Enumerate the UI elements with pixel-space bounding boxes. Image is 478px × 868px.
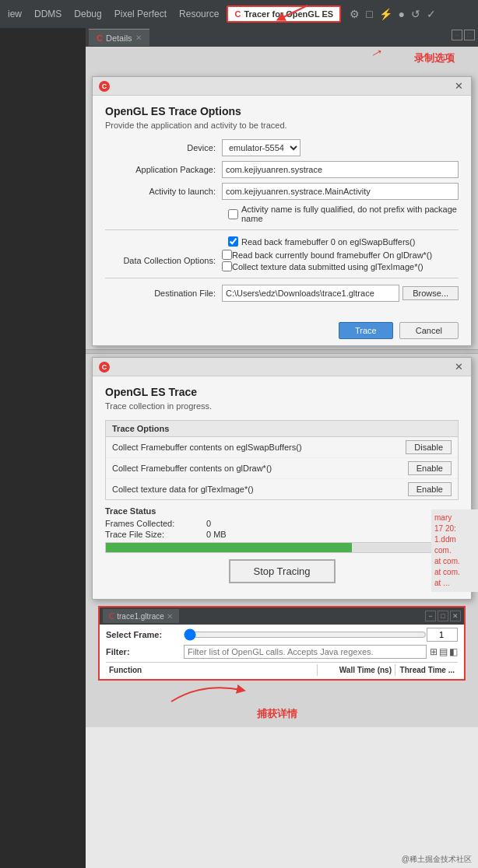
dest-file-input[interactable] [222,285,399,302]
trace-tab-label: trace1.gltrace [117,612,164,621]
log-line-2: 17 20: [434,523,475,534]
progress-bar-fill [106,543,352,552]
log-line-4: com. [434,545,475,556]
trace-options-heading: OpenGL ES Trace Options [105,105,459,117]
trace-option-text-2: Collect texture data for glTexImage*() [112,485,254,494]
trace-tab[interactable]: C trace1.gltrace ✕ [103,609,179,623]
tracer-label: Tracer for OpenGL ES [244,9,333,19]
toolbar-icon-settings[interactable]: ⚙ [347,6,362,22]
trace-progress-titlebar: C ✕ [93,358,471,376]
trace-progress-body: OpenGL ES Trace Trace collection in prog… [93,376,471,599]
trace-maximize-btn[interactable]: □ [438,611,448,621]
toolbar: iew DDMS Debug Pixel Perfect Resource C … [0,0,478,28]
details-tab[interactable]: C Details ✕ [89,29,149,46]
enable-button-2[interactable]: Enable [408,482,452,496]
minimize-button[interactable]: − [452,30,462,40]
toolbar-icon-window[interactable]: □ [364,6,374,22]
checkbox2[interactable] [228,236,238,247]
toolbar-view[interactable]: iew [3,7,26,21]
dialog1-button-row: Trace Cancel [93,316,471,345]
trace-options-table: Trace Options Collect Framebuffer conten… [105,420,459,500]
enable-button-1[interactable]: Enable [408,461,452,475]
frame-number-input[interactable] [427,628,458,642]
tracer-c-icon: C [234,9,241,19]
trace-option-text-0: Collect Framebuffer contents on eglSwapB… [112,443,302,452]
trace-close-btn[interactable]: ✕ [450,611,461,621]
log-line-6: at com. [434,567,475,578]
filter-label: Filter: [106,647,184,656]
trace-option-text-1: Collect Framebuffer contents on glDraw*(… [112,464,272,473]
toolbar-icon-link[interactable]: ⚡ [377,6,395,22]
recording-label: 录制选项 [414,51,455,65]
trace-tab-close[interactable]: ✕ [167,612,173,621]
toolbar-icon-group: ⚙ □ ⚡ ● ↺ ✓ [347,6,438,22]
recording-annotation-area: → 录制选项 [86,47,478,70]
trace-options-close-button[interactable]: ✕ [452,80,465,93]
frames-collected-row: Frames Collected: 0 [105,519,459,528]
trace-status-section: Trace Status Frames Collected: 0 Trace F… [105,506,459,553]
details-tab-label: Details [106,33,132,43]
stop-tracing-button[interactable]: Stop Tracing [229,559,336,583]
toolbar-pixel-perfect[interactable]: Pixel Perfect [110,7,171,21]
trace-option-row-0: Collect Framebuffer contents on eglSwapB… [106,437,458,458]
right-panel-log: mary 17 20: 1.ddm com. at com. at com. a… [431,509,478,592]
checkbox3[interactable] [222,250,232,260]
app-package-input[interactable] [222,161,459,178]
trace-body: Select Frame: Filter: ⊞ ▤ ◧ [100,625,464,679]
maximize-button[interactable]: □ [464,30,475,40]
checkbox1[interactable] [228,209,238,219]
details-tab-close[interactable]: ✕ [135,33,142,42]
browse-button[interactable]: Browse... [402,286,459,300]
toolbar-icon-refresh[interactable]: ↺ [409,6,423,22]
app-package-row: Application Package: [105,161,459,178]
device-select[interactable]: emulator-5554 [222,139,301,156]
filter-input[interactable] [184,645,427,659]
trace-option-row-2: Collect texture data for glTexImage*() E… [106,479,458,499]
checkbox4-label: Collect texture data submitted using glT… [232,262,424,271]
capture-annotation-text: 捕获详情 [257,707,297,721]
trace-minimize-btn[interactable]: − [425,611,436,621]
checkbox1-label: Activity name is fully qualified, do not… [241,205,459,223]
trace-progress-section: C ✕ OpenGL ES Trace Trace collection in … [86,354,478,603]
device-row: Device: emulator-5554 [105,139,459,156]
activity-input[interactable] [222,183,459,200]
toolbar-icon-record[interactable]: ● [396,6,407,22]
checkbox4[interactable] [222,261,232,271]
disable-button-0[interactable]: Disable [406,440,452,454]
progress-bar-container [105,542,459,553]
dest-file-row: Destination File: Browse... [105,285,459,302]
main-area: C Details ✕ − □ → 录制选项 C ✕ O [0,28,478,868]
col-thread-time-header: Thread Time ... [395,664,458,676]
data-collection-label: Data Collection Options: [105,256,222,265]
toolbar-debug[interactable]: Debug [69,7,106,21]
tracer-for-opengl-button[interactable]: C Tracer for OpenGL ES [227,5,341,23]
trace-progress-dialog: C ✕ OpenGL ES Trace Trace collection in … [92,357,472,600]
frame-slider[interactable] [184,628,427,641]
details-tab-bar: C Details ✕ − □ [86,28,478,47]
trace-options-subtext: Provide the application and activity to … [105,121,459,130]
trace-status-header: Trace Status [105,506,459,516]
file-size-label: Trace File Size: [105,530,206,539]
trace-progress-close-button[interactable]: ✕ [452,361,465,373]
trace-button[interactable]: Trace [339,322,393,339]
data-collection-checkboxes: Read back currently bound framebuffer On… [222,250,432,271]
trace-view-section: C trace1.gltrace ✕ − □ ✕ Select Frame: [86,603,478,681]
checkbox1-row: Activity name is fully qualified, do not… [105,205,459,223]
cancel-button[interactable]: Cancel [399,322,459,339]
toolbar-resource[interactable]: Resource [174,7,223,21]
device-label: Device: [105,143,222,152]
trace-view-panel: C trace1.gltrace ✕ − □ ✕ Select Frame: [98,606,466,681]
frames-label: Frames Collected: [105,519,206,528]
app-package-label: Application Package: [105,165,222,174]
trace-options-dialog: C ✕ OpenGL ES Trace Options Provide the … [92,76,472,346]
filter-icon-1[interactable]: ⊞ [430,646,438,657]
trace-options-section: C ✕ OpenGL ES Trace Options Provide the … [86,70,478,349]
data-collection-row: Data Collection Options: Read back curre… [105,250,459,271]
toolbar-icon-check[interactable]: ✓ [424,6,438,22]
filter-icon-3[interactable]: ◧ [449,646,458,657]
divider2 [105,278,459,278]
filter-icon-2[interactable]: ▤ [439,646,448,657]
toolbar-ddms[interactable]: DDMS [30,7,66,21]
log-line-5: at com. [434,556,475,567]
checkbox2-row: Read back framebuffer 0 on eglSwapBuffer… [105,236,459,247]
